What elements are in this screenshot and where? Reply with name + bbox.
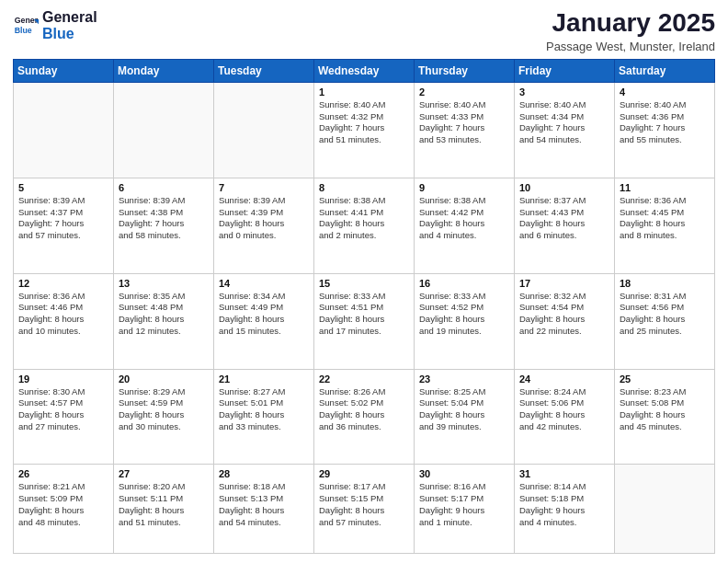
day-number: 18: [620, 278, 710, 289]
table-row: 5Sunrise: 8:39 AMSunset: 4:37 PMDaylight…: [14, 178, 114, 273]
day-number: 6: [119, 182, 209, 193]
header: General Blue General Blue January 2025 P…: [13, 9, 715, 53]
day-info: Sunrise: 8:36 AMSunset: 4:46 PMDaylight:…: [18, 291, 108, 338]
col-wednesday: Wednesday: [314, 59, 415, 82]
day-info: Sunrise: 8:23 AMSunset: 5:08 PMDaylight:…: [620, 386, 710, 433]
table-row: 12Sunrise: 8:36 AMSunset: 4:46 PMDayligh…: [14, 273, 114, 369]
day-info: Sunrise: 8:39 AMSunset: 4:38 PMDaylight:…: [119, 195, 209, 242]
day-info: Sunrise: 8:32 AMSunset: 4:54 PMDaylight:…: [519, 291, 609, 338]
day-info: Sunrise: 8:18 AMSunset: 5:13 PMDaylight:…: [219, 481, 309, 528]
day-info: Sunrise: 8:40 AMSunset: 4:34 PMDaylight:…: [519, 99, 609, 146]
day-info: Sunrise: 8:40 AMSunset: 4:32 PMDaylight:…: [319, 99, 409, 146]
svg-text:General: General: [15, 16, 39, 25]
day-number: 1: [319, 86, 409, 98]
day-number: 5: [18, 182, 108, 193]
table-row: 18Sunrise: 8:31 AMSunset: 4:56 PMDayligh…: [615, 273, 715, 369]
col-tuesday: Tuesday: [214, 59, 314, 82]
table-row: [214, 82, 314, 178]
day-number: 21: [219, 373, 309, 385]
day-number: 12: [18, 278, 108, 289]
day-info: Sunrise: 8:16 AMSunset: 5:17 PMDaylight:…: [419, 481, 509, 528]
month-title: January 2025: [546, 9, 715, 38]
col-monday: Monday: [114, 59, 214, 82]
day-number: 24: [519, 373, 609, 385]
day-info: Sunrise: 8:35 AMSunset: 4:48 PMDaylight:…: [119, 291, 209, 338]
day-number: 11: [620, 182, 710, 193]
day-info: Sunrise: 8:31 AMSunset: 4:56 PMDaylight:…: [620, 291, 710, 338]
day-number: 8: [319, 182, 409, 193]
day-info: Sunrise: 8:33 AMSunset: 4:51 PMDaylight:…: [319, 291, 409, 338]
logo-general-text: General: [42, 9, 97, 26]
table-row: 26Sunrise: 8:21 AMSunset: 5:09 PMDayligh…: [14, 465, 114, 554]
table-row: 20Sunrise: 8:29 AMSunset: 4:59 PMDayligh…: [114, 369, 214, 465]
day-info: Sunrise: 8:24 AMSunset: 5:06 PMDaylight:…: [519, 386, 609, 433]
table-row: 28Sunrise: 8:18 AMSunset: 5:13 PMDayligh…: [214, 465, 314, 554]
location: Passage West, Munster, Ireland: [546, 40, 715, 53]
day-info: Sunrise: 8:40 AMSunset: 4:36 PMDaylight:…: [620, 99, 710, 146]
day-number: 29: [319, 468, 409, 479]
day-number: 28: [219, 468, 309, 479]
table-row: 14Sunrise: 8:34 AMSunset: 4:49 PMDayligh…: [214, 273, 314, 369]
day-number: 30: [419, 468, 509, 479]
day-info: Sunrise: 8:38 AMSunset: 4:41 PMDaylight:…: [319, 195, 409, 242]
day-number: 16: [419, 278, 509, 289]
title-block: January 2025 Passage West, Munster, Irel…: [546, 9, 715, 53]
table-row: 27Sunrise: 8:20 AMSunset: 5:11 PMDayligh…: [114, 465, 214, 554]
day-number: 23: [419, 373, 509, 385]
day-info: Sunrise: 8:20 AMSunset: 5:11 PMDaylight:…: [119, 481, 209, 528]
table-row: 10Sunrise: 8:37 AMSunset: 4:43 PMDayligh…: [515, 178, 615, 273]
table-row: 6Sunrise: 8:39 AMSunset: 4:38 PMDaylight…: [114, 178, 214, 273]
table-row: 4Sunrise: 8:40 AMSunset: 4:36 PMDaylight…: [615, 82, 715, 178]
day-number: 15: [319, 278, 409, 289]
col-thursday: Thursday: [415, 59, 515, 82]
col-saturday: Saturday: [615, 59, 715, 82]
table-row: 22Sunrise: 8:26 AMSunset: 5:02 PMDayligh…: [314, 369, 415, 465]
calendar-header-row: Sunday Monday Tuesday Wednesday Thursday…: [14, 59, 715, 82]
day-info: Sunrise: 8:14 AMSunset: 5:18 PMDaylight:…: [519, 481, 609, 528]
svg-text:Blue: Blue: [15, 26, 32, 35]
day-info: Sunrise: 8:34 AMSunset: 4:49 PMDaylight:…: [219, 291, 309, 338]
day-number: 13: [119, 278, 209, 289]
table-row: 15Sunrise: 8:33 AMSunset: 4:51 PMDayligh…: [314, 273, 415, 369]
day-info: Sunrise: 8:17 AMSunset: 5:15 PMDaylight:…: [319, 481, 409, 528]
col-friday: Friday: [515, 59, 615, 82]
table-row: 1Sunrise: 8:40 AMSunset: 4:32 PMDaylight…: [314, 82, 415, 178]
day-info: Sunrise: 8:25 AMSunset: 5:04 PMDaylight:…: [419, 386, 509, 433]
logo-blue-text: Blue: [42, 26, 74, 41]
day-info: Sunrise: 8:27 AMSunset: 5:01 PMDaylight:…: [219, 386, 309, 433]
logo-icon: General Blue: [13, 13, 39, 39]
day-number: 2: [419, 86, 509, 98]
table-row: [615, 465, 715, 554]
table-row: 21Sunrise: 8:27 AMSunset: 5:01 PMDayligh…: [214, 369, 314, 465]
table-row: 11Sunrise: 8:36 AMSunset: 4:45 PMDayligh…: [615, 178, 715, 273]
day-number: 9: [419, 182, 509, 193]
day-info: Sunrise: 8:39 AMSunset: 4:39 PMDaylight:…: [219, 195, 309, 242]
day-info: Sunrise: 8:30 AMSunset: 4:57 PMDaylight:…: [18, 386, 108, 433]
table-row: 31Sunrise: 8:14 AMSunset: 5:18 PMDayligh…: [515, 465, 615, 554]
table-row: 19Sunrise: 8:30 AMSunset: 4:57 PMDayligh…: [14, 369, 114, 465]
table-row: 17Sunrise: 8:32 AMSunset: 4:54 PMDayligh…: [515, 273, 615, 369]
calendar-table: Sunday Monday Tuesday Wednesday Thursday…: [13, 59, 715, 554]
table-row: 13Sunrise: 8:35 AMSunset: 4:48 PMDayligh…: [114, 273, 214, 369]
day-info: Sunrise: 8:40 AMSunset: 4:33 PMDaylight:…: [419, 99, 509, 146]
day-number: 27: [119, 468, 209, 479]
table-row: 29Sunrise: 8:17 AMSunset: 5:15 PMDayligh…: [314, 465, 415, 554]
day-number: 20: [119, 373, 209, 385]
table-row: 2Sunrise: 8:40 AMSunset: 4:33 PMDaylight…: [415, 82, 515, 178]
day-number: 25: [620, 373, 710, 385]
calendar-page: General Blue General Blue January 2025 P…: [0, 0, 728, 563]
day-info: Sunrise: 8:36 AMSunset: 4:45 PMDaylight:…: [620, 195, 710, 242]
day-info: Sunrise: 8:37 AMSunset: 4:43 PMDaylight:…: [519, 195, 609, 242]
table-row: 30Sunrise: 8:16 AMSunset: 5:17 PMDayligh…: [415, 465, 515, 554]
table-row: [114, 82, 214, 178]
day-info: Sunrise: 8:21 AMSunset: 5:09 PMDaylight:…: [18, 481, 108, 528]
day-info: Sunrise: 8:26 AMSunset: 5:02 PMDaylight:…: [319, 386, 409, 433]
day-number: 17: [519, 278, 609, 289]
table-row: 16Sunrise: 8:33 AMSunset: 4:52 PMDayligh…: [415, 273, 515, 369]
day-info: Sunrise: 8:39 AMSunset: 4:37 PMDaylight:…: [18, 195, 108, 242]
table-row: 24Sunrise: 8:24 AMSunset: 5:06 PMDayligh…: [515, 369, 615, 465]
day-number: 19: [18, 373, 108, 385]
table-row: 9Sunrise: 8:38 AMSunset: 4:42 PMDaylight…: [415, 178, 515, 273]
day-info: Sunrise: 8:38 AMSunset: 4:42 PMDaylight:…: [419, 195, 509, 242]
day-number: 3: [519, 86, 609, 98]
